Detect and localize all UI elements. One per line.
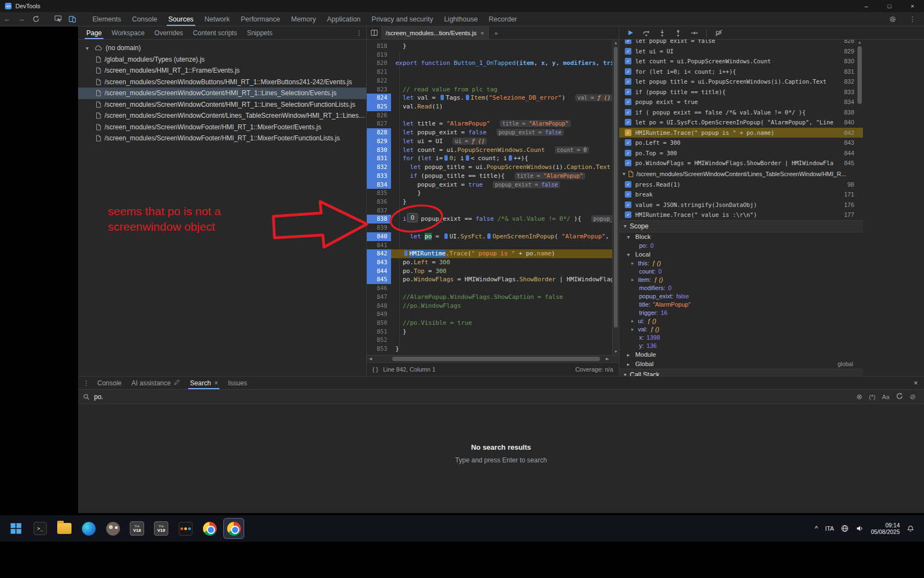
chrome-icon[interactable] [199, 518, 220, 539]
code-text[interactable]: po.WindowFlags = HMIWindowFlags.ShowBord… [391, 275, 619, 284]
breakpoint-entry[interactable]: ✓let po = UI.SysFct.OpenScreenInPopup( "… [619, 117, 863, 128]
deactivate-breakpoints-button[interactable] [712, 28, 725, 39]
step-out-button[interactable] [672, 28, 685, 39]
chevron-down-icon[interactable]: ▾ [627, 234, 632, 240]
line-number[interactable]: 834 [367, 181, 391, 189]
scope-variable[interactable]: count:0 [619, 268, 863, 276]
language-indicator[interactable]: ITA [825, 525, 834, 532]
line-number[interactable]: 820 [367, 59, 391, 68]
tab-elements[interactable]: Elements [87, 12, 127, 26]
line-number[interactable]: 849 [367, 310, 391, 319]
file-tree-item[interactable]: /screen_modules/ScreenWindowButtons/HMI_… [78, 77, 366, 88]
tab-console[interactable]: Console [127, 12, 163, 26]
breakpoint-entry[interactable]: ✓if (popup_title == title){833 [619, 87, 863, 97]
breakpoint-checkbox[interactable]: ✓ [625, 181, 631, 188]
code-text[interactable]: } [391, 345, 619, 353]
volume-icon[interactable] [856, 525, 864, 532]
refresh-icon[interactable] [896, 392, 903, 401]
line-number[interactable]: 821 [367, 68, 391, 77]
scope-variable[interactable]: ▸item:ƒ () [619, 276, 863, 284]
file-tree-item[interactable]: /screen_modules/ScreenWindowFooter/HMI_R… [78, 122, 366, 133]
step-into-button[interactable] [656, 28, 669, 39]
code-text[interactable]: //AlarmPopup.WindowFlags.ShowCaption = f… [391, 293, 619, 302]
scope-variable[interactable]: title:"AlarmPopup" [619, 301, 863, 309]
code-text[interactable]: } [391, 328, 619, 336]
scope-variable[interactable]: ▸this:ƒ () [619, 259, 863, 268]
line-number[interactable]: 836 [367, 198, 391, 206]
code-text[interactable] [391, 206, 619, 215]
clear-results-icon[interactable]: ⊘ [910, 392, 916, 401]
code-text[interactable]: for (let i=0; i< count; i++){ [391, 154, 619, 163]
tab-performance[interactable]: Performance [235, 12, 286, 26]
step-button[interactable] [688, 28, 701, 39]
line-number[interactable]: 837 [367, 206, 391, 215]
breakpoint-checkbox[interactable]: ✓ [625, 201, 631, 208]
scroll-up-icon[interactable]: ▲ [613, 41, 619, 45]
tree-root-row[interactable]: ▾(no domain) [78, 42, 366, 54]
resume-button[interactable] [624, 28, 637, 39]
chevron-right-icon[interactable]: ▸ [627, 352, 632, 358]
pretty-print-icon[interactable]: { } [372, 366, 378, 373]
hidden-icons-chevron[interactable]: ^ [815, 525, 818, 532]
drawer-menu-icon[interactable]: ⋮ [80, 377, 92, 389]
scrollbar-thumb[interactable] [857, 46, 862, 104]
inline-breakpoint-marker[interactable] [466, 155, 469, 161]
call-stack-section-header[interactable]: ▾Call Stack [619, 369, 863, 377]
breakpoint-checkbox[interactable]: ✓ [625, 48, 631, 54]
scrollbar-thumb[interactable] [614, 47, 618, 328]
inline-breakpoint-marker[interactable] [441, 95, 444, 100]
line-number[interactable]: 838 [367, 215, 391, 223]
code-text[interactable]: let val = Tags.Item("Selezione_DB_error"… [391, 94, 619, 102]
line-number[interactable]: 850 [367, 319, 391, 328]
file-tree-item[interactable]: /screen_modules/ScreenWindowContent/HMI_… [78, 88, 366, 99]
code-text[interactable] [391, 223, 619, 232]
line-number[interactable]: 848 [367, 302, 391, 310]
scope-group-block[interactable]: ▾Block [619, 232, 863, 242]
breakpoint-entry[interactable]: ✓popup_exixt = true834 [619, 97, 863, 107]
scope-group-global[interactable]: ▸Globalglobal [619, 359, 863, 369]
match-case-icon[interactable]: Aa [882, 394, 889, 400]
breakpoint-entry[interactable]: ✓press.Read(1)98 [619, 179, 863, 190]
start-button[interactable] [6, 518, 26, 539]
breakpoint-entry[interactable]: ✓po.Top = 300844 [619, 148, 863, 159]
breakpoint-checkbox[interactable]: ✓ [625, 40, 631, 44]
breakpoint-checkbox[interactable]: ✓ [625, 58, 631, 64]
breakpoint-entry[interactable]: ✓HMIRuntime.Trace(" popup is " + po.name… [619, 128, 863, 138]
tab-recorder[interactable]: Recorder [483, 12, 522, 26]
line-number[interactable]: 832 [367, 163, 391, 172]
tab-lighthouse[interactable]: Lighthouse [438, 12, 483, 26]
breakpoint-file-group[interactable]: ▾/screen_modules/ScreenWindowContent/Lin… [619, 168, 863, 179]
tab-network[interactable]: Network [199, 12, 235, 26]
network-globe-icon[interactable] [841, 525, 849, 532]
inline-breakpoint-marker[interactable] [444, 155, 448, 161]
chevron-right-icon[interactable]: ▸ [631, 260, 638, 266]
line-number[interactable]: 839 [367, 223, 391, 232]
inline-breakpoint-marker[interactable] [444, 233, 448, 239]
toggle-navigator-icon[interactable] [367, 26, 381, 39]
scope-variable[interactable]: x:1398 [619, 334, 863, 342]
tia-v19-icon[interactable]: TIAV19 [151, 518, 172, 539]
tab-memory[interactable]: Memory [285, 12, 321, 26]
back-arrow-icon[interactable]: ← [0, 12, 14, 26]
breakpoint-checkbox[interactable]: ✓ [625, 109, 631, 116]
scroll-right-icon[interactable]: ▶ [606, 357, 609, 361]
breakpoint-checkbox[interactable]: ✓ [625, 191, 631, 198]
line-number[interactable]: 822 [367, 77, 391, 85]
scroll-up-icon[interactable]: ▲ [856, 40, 863, 44]
maximize-button[interactable]: □ [878, 0, 901, 12]
drawer-tab-search[interactable]: Search× [185, 377, 223, 389]
scope-group-local[interactable]: ▾Local [619, 250, 863, 259]
scope-variable[interactable]: y:136 [619, 342, 863, 350]
drawer-tab-console[interactable]: Console [92, 377, 127, 389]
code-text[interactable]: po.Top = 300 [391, 267, 619, 276]
drawer-tab-issues[interactable]: Issues [223, 377, 252, 389]
line-number[interactable]: 853 [367, 345, 391, 353]
code-text[interactable]: if (popup_title == title){title = "Alarm… [391, 172, 619, 181]
file-tree-item[interactable]: /screen_modules/HMI_RT_1::Frame/Events.j… [78, 65, 366, 77]
tab-application[interactable]: Application [321, 12, 366, 26]
code-text[interactable] [391, 51, 619, 59]
line-number[interactable]: 841 [367, 241, 391, 250]
breakpoint-entry[interactable]: ✓let ui = UI829 [619, 46, 863, 57]
file-tree-item[interactable]: /screen_modules/ScreenWindowFooter/HMI_R… [78, 133, 366, 144]
line-number[interactable]: 842 [367, 249, 391, 258]
